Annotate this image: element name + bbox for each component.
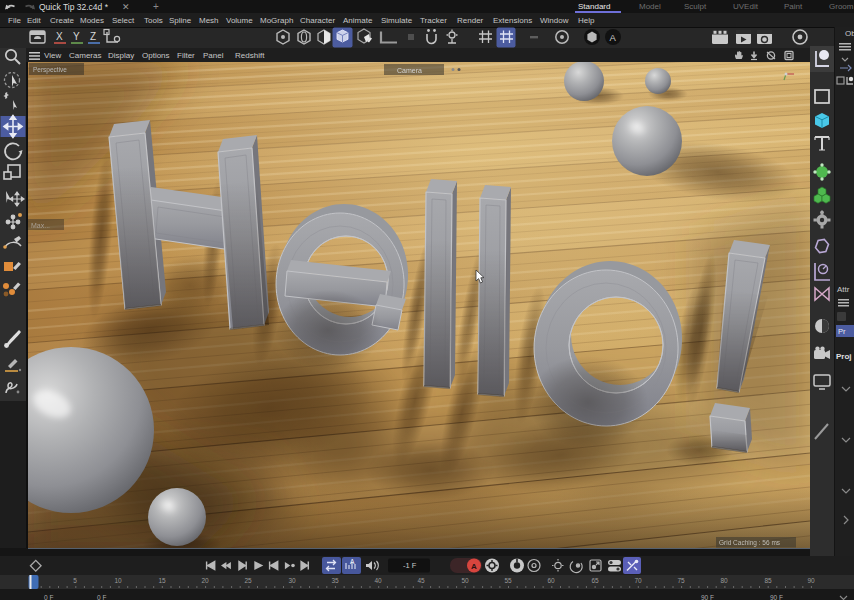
svg-text:Grid Caching : 56 ms: Grid Caching : 56 ms [719, 539, 781, 547]
svg-text:Perspective: Perspective [33, 66, 67, 74]
svg-text:Pr: Pr [838, 327, 846, 336]
svg-text:60: 60 [547, 577, 555, 584]
svg-text:A: A [610, 32, 617, 43]
svg-text:55: 55 [504, 577, 512, 584]
svg-text:Obj: Obj [845, 29, 854, 38]
svg-text:90 F: 90 F [701, 594, 714, 600]
svg-text:-1 F: -1 F [403, 561, 417, 570]
svg-text:5: 5 [73, 577, 77, 584]
svg-text:70: 70 [634, 577, 642, 584]
svg-text:75: 75 [677, 577, 685, 584]
svg-text:A: A [471, 562, 477, 571]
svg-text:Camera: Camera [397, 67, 422, 74]
svg-text:65: 65 [591, 577, 599, 584]
svg-text:0 F: 0 F [97, 594, 106, 600]
svg-text:15: 15 [158, 577, 166, 584]
svg-text:Proj: Proj [836, 352, 852, 361]
svg-text:A: A [350, 558, 355, 565]
svg-text:20: 20 [201, 577, 209, 584]
svg-text:45: 45 [417, 577, 425, 584]
svg-text:Attr: Attr [837, 285, 850, 294]
svg-text:90: 90 [807, 577, 815, 584]
svg-text:80: 80 [720, 577, 728, 584]
svg-text:10: 10 [114, 577, 122, 584]
svg-text:0 F: 0 F [44, 594, 53, 600]
svg-text:Y: Y [73, 31, 80, 42]
svg-text:35: 35 [331, 577, 339, 584]
svg-text:X: X [56, 31, 63, 42]
svg-text:25: 25 [244, 577, 252, 584]
svg-text:40: 40 [374, 577, 382, 584]
svg-text:Z: Z [90, 31, 96, 42]
svg-text:30: 30 [288, 577, 296, 584]
svg-text:85: 85 [764, 577, 772, 584]
svg-text:90 F: 90 F [770, 594, 783, 600]
svg-text:50: 50 [461, 577, 469, 584]
svg-text:Max...: Max... [31, 222, 50, 229]
